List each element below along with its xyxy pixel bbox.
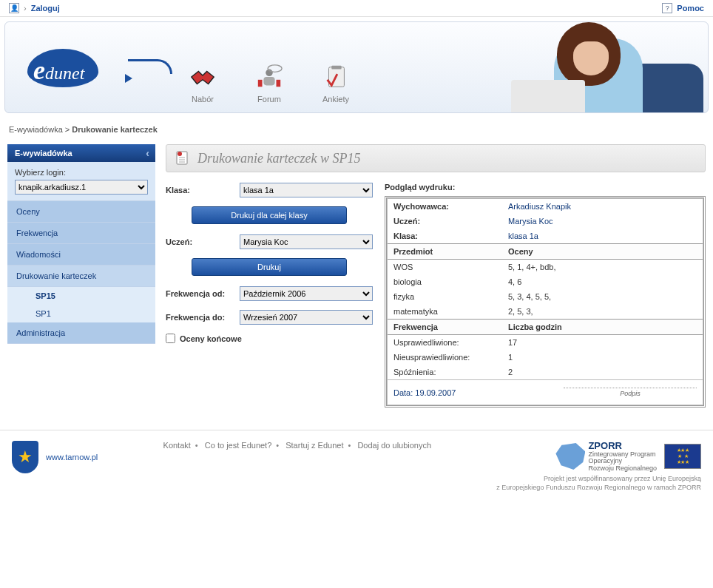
form-column: Klasa: klasa 1a Drukuj dla całej klasy U… [166,183,373,408]
login-select[interactable]: knapik.arkadiusz.1 [15,180,148,195]
breadcrumb: E-wywiadówka > Drukowanie karteczek [0,118,713,144]
freq-to-select[interactable]: Wrzesień 2007 [240,310,373,325]
nav-label: Nabór [192,95,214,104]
svg-point-8 [178,152,182,156]
nav-ankiety[interactable]: Ankiety [322,64,350,104]
freq-to-label: Frekwencja do: [166,313,240,322]
sidebar-item-administracja[interactable]: Administracja [7,322,155,344]
topbar: 👤 › Zaloguj ? Pomoc [0,0,713,17]
uczen-label: Uczeń: [166,237,240,246]
tarnow-link[interactable]: www.tarnow.pl [46,453,98,462]
nav-label: Ankiety [322,95,349,104]
nav-forum[interactable]: Forum [255,64,283,104]
svg-rect-3 [277,80,281,87]
zporr-logo: ZPORRZintegrowany Program Operacyjny Roz… [555,441,657,472]
klasa-select[interactable]: klasa 1a [240,183,373,197]
footer-links: Kontakt• Co to jest Edunet?• Startuj z E… [159,441,436,450]
login-link[interactable]: Zaloguj [31,4,60,13]
footer-link-about[interactable]: Co to jest Edunet? [205,441,272,450]
sidebar-item-frekwencja[interactable]: Frekwencja [7,223,155,244]
final-grades-checkbox[interactable] [166,334,175,343]
final-grades-label: Oceny końcowe [180,334,242,343]
footer: ★ www.tarnow.pl Kontakt• Co to jest Edun… [0,430,713,507]
help-icon: ? [662,3,672,13]
preview-column: Podgląd wydruku: Wychowawca:Arkadiusz Kn… [385,183,706,408]
forum-icon [255,64,283,90]
login-select-label: Wybierz login: [15,168,148,177]
klasa-label: Klasa: [166,186,240,195]
preview-title: Podgląd wydruku: [385,183,706,192]
svg-rect-1 [263,77,274,85]
document-icon [174,149,190,167]
footer-link-kontakt[interactable]: Kontakt [163,441,191,450]
signature-line: Podpis [564,388,697,397]
uczen-select[interactable]: Marysia Koc [240,234,373,249]
help-link[interactable]: Pomoc [677,4,704,13]
footer-link-start[interactable]: Startuj z Edunet [285,441,343,450]
svg-rect-2 [258,80,263,87]
banner-illustration [496,22,703,113]
eu-flag-icon: ★ ★ ★★ ★★ ★ ★ [664,444,701,469]
banner: edunet Nabór Forum Ankiety [4,21,709,113]
edunet-logo[interactable]: edunet [27,49,138,93]
footer-link-fav[interactable]: Dodaj do ulubionych [357,441,431,450]
sidebar-item-drukowanie[interactable]: Drukowanie karteczek [7,266,155,287]
panel-title: Drukowanie karteczek w SP15 [197,151,360,166]
nav-nabor[interactable]: Nabór [189,64,217,104]
svg-point-4 [268,65,282,72]
sidebar-item-oceny[interactable]: Oceny [7,201,155,223]
handshake-icon [189,64,217,90]
sidebar-item-wiadomosci[interactable]: Wiadomości [7,244,155,266]
sidebar-sub-sp15[interactable]: SP15 [7,287,155,305]
nav-label: Forum [257,95,281,104]
user-icon: 👤 [9,3,19,13]
svg-rect-6 [331,66,341,70]
preview-date: Data: 19.09.2007 [393,388,456,397]
freq-from-select[interactable]: Październik 2006 [240,286,373,301]
survey-icon [322,64,350,90]
panel-title-bar: Drukowanie karteczek w SP15 [166,144,706,172]
freq-from-label: Frekwencja od: [166,289,240,298]
sidebar-sub-sp1[interactable]: SP1 [7,305,155,322]
sidebar: E-wywiadówka Wybierz login: knapik.arkad… [7,144,155,408]
print-button[interactable]: Drukuj [192,258,347,276]
print-class-button[interactable]: Drukuj dla całej klasy [192,206,347,224]
tarnow-shield-icon: ★ [12,441,38,473]
sidebar-header[interactable]: E-wywiadówka [7,144,155,162]
